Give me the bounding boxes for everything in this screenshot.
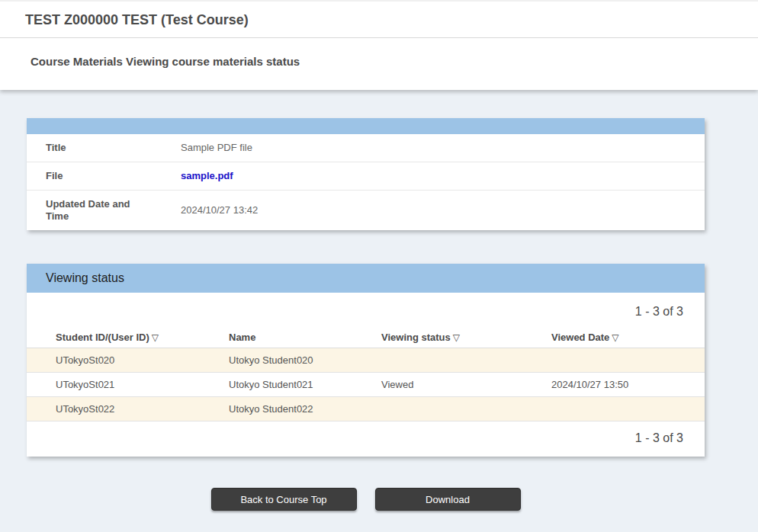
action-button-row: Back to Course Top Download: [27, 488, 705, 511]
filter-icon[interactable]: ▽: [612, 332, 618, 343]
main-content: Title Sample PDF file File sample.pdf Up…: [0, 90, 758, 511]
title-label: Title: [46, 142, 143, 154]
column-header-student-id: Student ID/(User ID)▽: [56, 332, 229, 343]
column-label: Student ID/(User ID): [56, 332, 149, 343]
column-label: Viewed Date: [551, 332, 609, 343]
back-to-course-top-button[interactable]: Back to Course Top: [211, 488, 357, 511]
cell-viewing-status: Viewed: [381, 379, 551, 390]
table-row: UTokyoSt020 Utokyo Student020: [27, 348, 705, 373]
download-button[interactable]: Download: [375, 488, 521, 511]
cell-name: Utokyo Student021: [229, 379, 381, 390]
viewing-status-header-bar: Viewing status: [27, 264, 705, 293]
course-title-row: TEST Z000000 TEST (Test Course): [0, 2, 758, 38]
viewing-status-panel: Viewing status 1 - 3 of 3 Student ID/(Us…: [27, 264, 705, 457]
cell-student-id: UTokyoSt020: [56, 354, 229, 366]
column-header-name: Name: [229, 332, 381, 343]
page-header: TEST Z000000 TEST (Test Course) Course M…: [0, 0, 758, 90]
cell-name: Utokyo Student020: [229, 354, 381, 366]
updated-date-value: 2024/10/27 13:42: [181, 204, 258, 216]
cell-student-id: UTokyoSt022: [56, 403, 229, 415]
filter-icon[interactable]: ▽: [453, 332, 460, 343]
material-panel-header-bar: [27, 118, 705, 134]
column-header-viewing-status: Viewing status▽: [381, 332, 551, 343]
course-title: TEST Z000000 TEST (Test Course): [25, 12, 743, 28]
result-count-bottom: 1 - 3 of 3: [27, 421, 705, 457]
column-label: Viewing status: [381, 332, 451, 343]
material-info-panel: Title Sample PDF file File sample.pdf Up…: [27, 118, 705, 230]
viewing-status-heading: Viewing status: [46, 271, 124, 285]
page-title: Course Materials Viewing course material…: [31, 55, 743, 68]
column-label: Name: [229, 332, 255, 343]
info-row-file: File sample.pdf: [27, 162, 705, 191]
title-value: Sample PDF file: [181, 142, 252, 154]
cell-name: Utokyo Student022: [229, 403, 381, 415]
file-value: sample.pdf: [181, 170, 233, 182]
breadcrumb-row: Course Materials Viewing course material…: [0, 38, 758, 90]
table-row: UTokyoSt021 Utokyo Student021 Viewed 202…: [27, 373, 705, 397]
filter-icon[interactable]: ▽: [152, 332, 159, 343]
table-row: UTokyoSt022 Utokyo Student022: [27, 397, 705, 421]
column-header-viewed-date: Viewed Date▽: [551, 332, 683, 343]
file-label: File: [46, 170, 143, 182]
info-row-title: Title Sample PDF file: [27, 134, 705, 162]
info-row-updated: Updated Date and Time 2024/10/27 13:42: [27, 191, 705, 230]
cell-student-id: UTokyoSt021: [56, 379, 229, 390]
result-count-top: 1 - 3 of 3: [27, 293, 705, 326]
table-header-row: Student ID/(User ID)▽ Name Viewing statu…: [27, 326, 705, 348]
updated-date-label: Updated Date and Time: [46, 198, 143, 223]
cell-viewed-date: 2024/10/27 13:50: [551, 379, 683, 390]
file-link[interactable]: sample.pdf: [181, 170, 233, 181]
